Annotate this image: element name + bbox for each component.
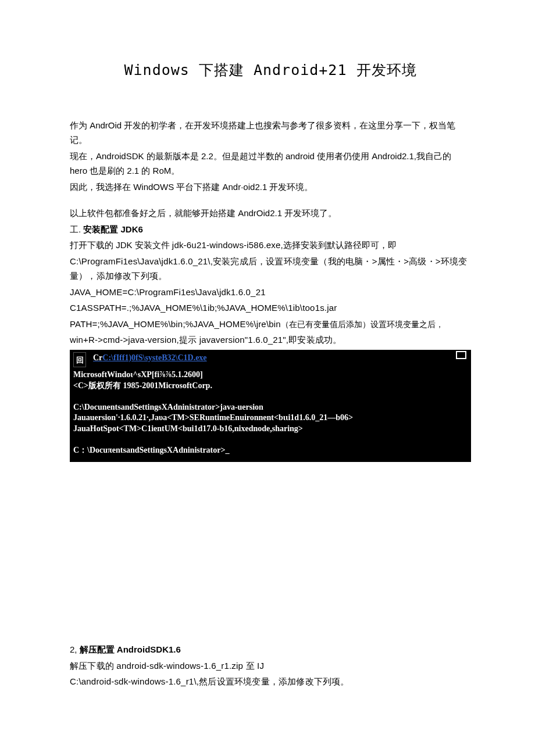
- section2-heading: 2, 解压配置 AndroidSDK1.6: [70, 642, 471, 657]
- terminal-title-path: C:\fIff1)0fS\systeB32\C1D.exe: [102, 353, 206, 362]
- intro-p2: 现在，AndroidSDK 的最新版本是 2.2。但是超过半数的 android…: [70, 149, 471, 178]
- section1-p1-post: 选择安装到默认路径即可，即: [283, 240, 397, 250]
- page-title: Windows 下搭建 Android+21 开发环境: [70, 58, 471, 83]
- section1-prefix: 工.: [70, 224, 83, 234]
- section1-p3: win+R->cmd->java-version,提示 javaversion"…: [70, 332, 471, 347]
- terminal-window: 回 CrC:\fIff1)0fS\systeB32\C1D.exe Micros…: [70, 350, 471, 462]
- env-path: PATH=;%JAVA_HOME%\bin;%JAVA_HOME%\jre\bi…: [70, 317, 471, 332]
- terminal-title-prefix: Cr: [93, 353, 102, 362]
- section1-p1-pre: 打开下载的 JDK 安装文件: [70, 240, 172, 250]
- terminal-line: C：\DocuπentsandSettingsXAdninistrator>_: [73, 445, 468, 456]
- env-path-value: PATH=;%JAVA_HOME%\bin;%JAVA_HOME%\jre\bi…: [70, 319, 281, 329]
- blank-region: [70, 462, 471, 642]
- terminal-titlebar: 回 CrC:\fIff1)0fS\systeB32\C1D.exe: [70, 350, 471, 363]
- terminal-line: JauaHotSpot<TM>C1ientUM<bui1d17.0-b16,ni…: [73, 424, 468, 435]
- section1-p2: C:\ProgramFi1es\Java\jdk1.6.0_21\,安装完成后，…: [70, 254, 471, 284]
- intro-p4: 以上软件包都准备好之后，就能够开始搭建 AndrOid2.1 开发环境了。: [70, 206, 471, 221]
- terminal-line: C:\DocunentsandSettingsXAdninistrator>ja…: [73, 402, 468, 413]
- section1-p1: 打开下载的 JDK 安装文件 jdk-6u21-windows-i586.exe…: [70, 238, 471, 253]
- section2-prefix: 2,: [70, 644, 80, 654]
- env-java-home: JAVA_HOME=C:\ProgramFi1es\Java\jdk1.6.0_…: [70, 285, 471, 300]
- env-classpath: C1ASSPATH=.;%JAVA_HOME%\1ib;%JAVA_HOME%\…: [70, 300, 471, 316]
- terminal-line: MicrosoftWindoι^sXP[fi⅞⅞5.1.2600]: [73, 370, 468, 381]
- env-path-note: （在已有变量值后添加）设置环境变量之后，: [281, 320, 444, 329]
- maximize-icon: [456, 351, 466, 359]
- terminal-line: <C>版权所有 1985-2001MicrosoftCorp.: [73, 381, 468, 392]
- intro-p1: 作为 AndrOid 开发的初学者，在开发环境搭建上也搜索与参考了很多资料，在这…: [70, 118, 471, 148]
- section2-title: 解压配置 AndroidSDK1.6: [80, 644, 181, 654]
- terminal-output: MicrosoftWindoι^sXP[fi⅞⅞5.1.2600] <C>版权所…: [70, 363, 471, 462]
- terminal-line: Jauauersion'∙1.6.0.21∙,Jaυa<TM>SERuntime…: [73, 413, 468, 424]
- intro-p3: 因此，我选择在 WindOWS 平台下搭建 Andr·oid2.1 开发环境。: [70, 180, 471, 195]
- section1-p1-file: jdk-6u21-windows-i586.exe,: [172, 240, 283, 250]
- section1-title: 安装配置 JDK6: [83, 224, 143, 234]
- section1-heading: 工. 安装配置 JDK6: [70, 222, 471, 237]
- back-icon: 回: [73, 352, 86, 367]
- section2-p2: C:\android-sdk-windows-1.6_r1\,然后设置环境变量，…: [70, 674, 471, 689]
- section2-p1: 解压下载的 android-sdk-windows-1.6_r1.zip 至 I…: [70, 658, 471, 673]
